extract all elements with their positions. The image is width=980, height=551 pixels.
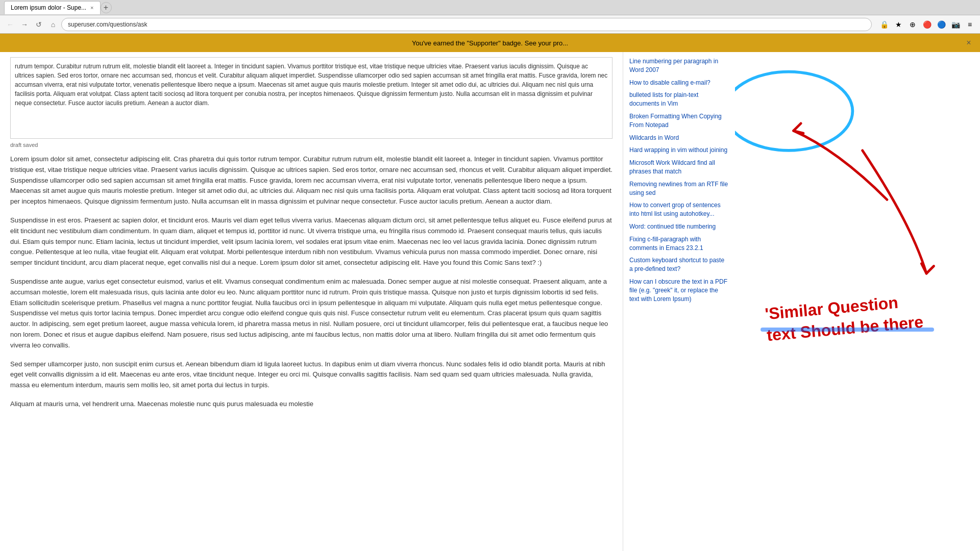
- handwritten-annotation: 'Similar Question text Should be there: [764, 290, 924, 346]
- reload-button[interactable]: ↺: [33, 18, 45, 31]
- browser-tab[interactable]: Lorem ipsum dolor - Supe... ×: [4, 1, 101, 14]
- paragraph-2: Suspendisse in est eros. Praesent ac sap…: [10, 215, 612, 268]
- main-layout: rutrum tempor. Curabitur rutrum rutrum e…: [0, 52, 980, 551]
- sidebar-link-9[interactable]: How to convert grop of sentences into ht…: [629, 201, 729, 218]
- browser-toolbar-icons: 🔒 ★ ⊕ 🔴 🔵 📷 ≡: [878, 18, 976, 31]
- notification-close-button[interactable]: ×: [964, 38, 974, 48]
- icon2[interactable]: 🔵: [935, 18, 947, 31]
- text-editor[interactable]: rutrum tempor. Curabitur rutrum rutrum e…: [10, 57, 612, 139]
- paragraph-3: Suspendisse ante augue, varius eget cons…: [10, 277, 612, 351]
- sidebar: Line numbering per paragraph in Word 200…: [623, 52, 735, 551]
- back-button[interactable]: ←: [4, 18, 16, 31]
- forward-button[interactable]: →: [18, 18, 31, 31]
- draft-saved-label: draft saved: [10, 142, 612, 148]
- paragraph-1: Lorem ipsum dolor sit amet, consectetur …: [10, 154, 612, 207]
- sidebar-link-1[interactable]: Line numbering per paragraph in Word 200…: [629, 57, 729, 74]
- content-area: rutrum tempor. Curabitur rutrum rutrum e…: [0, 52, 623, 551]
- sidebar-link-8[interactable]: Removing newlines from an RTF file using…: [629, 180, 729, 197]
- home-button[interactable]: ⌂: [47, 18, 59, 31]
- paragraph-5: Aliquam at mauris urna, vel hendrerit ur…: [10, 399, 612, 410]
- sidebar-link-3[interactable]: bulleted lists for plain-text documents …: [629, 91, 729, 108]
- notification-bar: You've earned the "Supporter" badge. See…: [0, 34, 980, 52]
- sidebar-link-5[interactable]: Wildcards in Word: [629, 134, 729, 142]
- new-tab-button[interactable]: +: [101, 2, 112, 13]
- notification-text: You've earned the "Supporter" badge. See…: [412, 39, 568, 47]
- tab-title: Lorem ipsum dolor - Supe...: [11, 4, 86, 11]
- icon3[interactable]: 📷: [949, 18, 962, 31]
- sidebar-link-10[interactable]: Word: continued title numbering: [629, 222, 729, 231]
- sidebar-link-11[interactable]: Fixing c-fill-paragraph with comments in…: [629, 235, 729, 253]
- download-icon[interactable]: ⊕: [906, 18, 919, 31]
- sidebar-link-7[interactable]: Microsoft Work Wildcard find all phrases…: [629, 159, 729, 176]
- browser-title-bar: Lorem ipsum dolor - Supe... × +: [0, 0, 980, 15]
- sidebar-link-6[interactable]: Hard wrapping in vim without joining: [629, 146, 729, 155]
- browser-nav-bar: ← → ↺ ⌂ 🔒 ★ ⊕ 🔴 🔵 📷 ≡: [0, 15, 980, 34]
- sidebar-link-13[interactable]: How can I obscure the text in a PDF file…: [629, 278, 729, 303]
- sidebar-link-2[interactable]: How to disable calling e-mail?: [629, 79, 729, 87]
- sidebar-link-4[interactable]: Broken Formatting When Copying From Note…: [629, 112, 729, 130]
- editor-content: rutrum tempor. Curabitur rutrum rutrum e…: [15, 63, 607, 107]
- bookmark-icon[interactable]: ★: [892, 18, 904, 31]
- highlight-underline: [761, 328, 934, 332]
- svg-point-0: [735, 72, 852, 151]
- paragraph-4: Sed semper ullamcorper justo, non suscip…: [10, 359, 612, 391]
- annotation-area: 'Similar Question text Should be there: [735, 52, 980, 551]
- extensions-icon[interactable]: 🔒: [878, 18, 890, 31]
- address-bar[interactable]: [61, 18, 872, 31]
- icon1[interactable]: 🔴: [921, 18, 933, 31]
- sidebar-link-12[interactable]: Custom keyboard shortcut to paste a pre-…: [629, 256, 729, 273]
- tab-close-button[interactable]: ×: [90, 5, 93, 11]
- menu-icon[interactable]: ≡: [964, 18, 976, 31]
